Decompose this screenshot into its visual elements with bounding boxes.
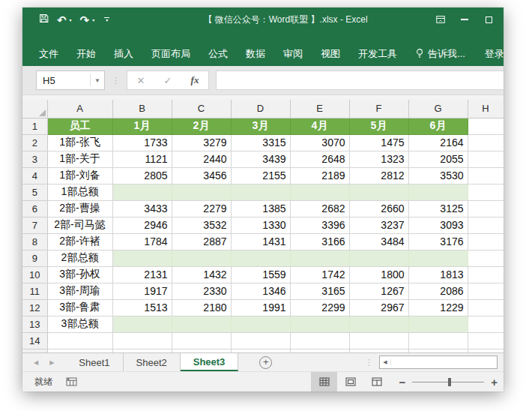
ribbon-tab-insert[interactable]: 插入	[105, 42, 142, 66]
cell-F8[interactable]: 3484	[349, 233, 408, 250]
enter-icon[interactable]: ✓	[154, 75, 181, 86]
cell-G9[interactable]	[408, 250, 468, 266]
ribbon-tab-view[interactable]: 视图	[312, 42, 349, 66]
cell-D6[interactable]: 1385	[231, 200, 290, 217]
cell-A13[interactable]: 3部总额	[47, 316, 112, 332]
cell-E13[interactable]	[290, 316, 349, 332]
column-header-C[interactable]: C	[172, 100, 231, 118]
cell-F7[interactable]: 3237	[349, 217, 408, 233]
cell-A2[interactable]: 1部-张飞	[47, 134, 112, 151]
cell-A6[interactable]: 2部-曹操	[47, 200, 112, 217]
cell-D9[interactable]	[231, 250, 290, 266]
zoom-slider[interactable]	[412, 382, 484, 382]
horizontal-scrollbar[interactable]: ◀	[379, 356, 498, 369]
cell-D1[interactable]: 3月	[231, 118, 290, 134]
cell-C10[interactable]: 1432	[172, 266, 231, 283]
cell-D3[interactable]: 3439	[231, 151, 290, 167]
cell-B8[interactable]: 1784	[112, 233, 172, 250]
sign-in-button[interactable]: 登录	[476, 42, 504, 66]
cell-A12[interactable]: 3部-鲁肃	[47, 299, 112, 316]
column-header-A[interactable]: A	[47, 100, 112, 118]
row-header-2[interactable]: 2	[22, 134, 47, 151]
row-header-10[interactable]: 10	[22, 266, 47, 283]
row-header-4[interactable]: 4	[22, 167, 47, 184]
cell-A5[interactable]: 1部总额	[47, 184, 112, 200]
cell-B6[interactable]: 3433	[112, 200, 172, 217]
row-header-14[interactable]: 14	[22, 332, 47, 349]
ribbon-tab-developer[interactable]: 开发工具	[349, 42, 406, 66]
column-header-B[interactable]: B	[112, 100, 172, 118]
cell-H8[interactable]	[468, 233, 504, 250]
cell-G13[interactable]	[408, 316, 468, 332]
ribbon-tab-review[interactable]: 审阅	[274, 42, 312, 66]
row-header-6[interactable]: 6	[22, 200, 47, 217]
redo-icon[interactable]: ↷	[80, 14, 90, 26]
cell-A4[interactable]: 1部-刘备	[47, 167, 112, 184]
row-header-11[interactable]: 11	[22, 283, 47, 299]
ribbon-tab-page-layout[interactable]: 页面布局	[142, 42, 199, 66]
cell-A14[interactable]	[47, 332, 112, 349]
cell-H3[interactable]	[468, 151, 504, 167]
cell-C7[interactable]: 3532	[172, 217, 231, 233]
cell-E9[interactable]	[290, 250, 349, 266]
cell-A10[interactable]: 3部-孙权	[47, 266, 112, 283]
column-header-H[interactable]: H	[468, 100, 504, 118]
cell-E6[interactable]: 2682	[290, 200, 349, 217]
cell-E7[interactable]: 3396	[290, 217, 349, 233]
cell-G2[interactable]: 2164	[408, 134, 468, 151]
ribbon-tab-home[interactable]: 开始	[67, 42, 105, 66]
cell-E1[interactable]: 4月	[290, 118, 349, 134]
cell-F14[interactable]	[349, 332, 408, 349]
cell-G4[interactable]: 3530	[408, 167, 468, 184]
row-header-13[interactable]: 13	[22, 316, 47, 332]
save-icon[interactable]	[39, 13, 49, 26]
row-header-8[interactable]: 8	[22, 233, 47, 250]
cell-E8[interactable]: 3166	[290, 233, 349, 250]
cell-E3[interactable]: 2648	[290, 151, 349, 167]
page-layout-view-button[interactable]	[337, 372, 363, 392]
cell-H6[interactable]	[468, 200, 504, 217]
column-header-G[interactable]: G	[408, 100, 468, 118]
cell-E5[interactable]	[290, 184, 349, 200]
cancel-icon[interactable]: ✕	[127, 75, 154, 86]
zoom-slider-handle[interactable]	[448, 378, 451, 386]
select-all-button[interactable]	[22, 100, 47, 118]
cell-G11[interactable]: 2086	[408, 283, 468, 299]
cell-G7[interactable]: 3093	[408, 217, 468, 233]
cell-E14[interactable]	[290, 332, 349, 349]
cell-G8[interactable]: 3176	[408, 233, 468, 250]
cell-D7[interactable]: 1330	[231, 217, 290, 233]
ribbon-tab-data[interactable]: 数据	[237, 42, 274, 66]
column-header-E[interactable]: E	[290, 100, 349, 118]
cell-C6[interactable]: 2279	[172, 200, 231, 217]
undo-icon[interactable]: ↶	[57, 14, 67, 26]
row-header-1[interactable]: 1	[22, 118, 47, 134]
cell-G1[interactable]: 6月	[408, 118, 468, 134]
normal-view-button[interactable]	[311, 372, 337, 392]
cell-F12[interactable]: 2967	[349, 299, 408, 316]
cell-F10[interactable]: 1800	[349, 266, 408, 283]
cell-B3[interactable]: 1121	[112, 151, 172, 167]
cell-C12[interactable]: 2180	[172, 299, 231, 316]
cell-H9[interactable]	[468, 250, 504, 266]
next-sheet-icon[interactable]: ▶	[49, 359, 54, 366]
redo-dropdown-icon[interactable]: ▾	[92, 17, 94, 22]
cell-A8[interactable]: 2部-许褚	[47, 233, 112, 250]
cell-G6[interactable]: 3125	[408, 200, 468, 217]
cell-B13[interactable]	[112, 316, 172, 332]
cell-C8[interactable]: 2887	[172, 233, 231, 250]
ribbon-display-options-icon[interactable]	[429, 10, 453, 29]
name-box-dropdown-icon[interactable]: ▼	[91, 77, 104, 84]
row-header-7[interactable]: 7	[22, 217, 47, 233]
cell-G14[interactable]	[408, 332, 468, 349]
zoom-in-icon[interactable]: +	[491, 376, 498, 388]
sheet-tab-sheet3[interactable]: Sheet3	[181, 353, 239, 371]
cell-C1[interactable]: 2月	[172, 118, 231, 134]
cell-E2[interactable]: 3070	[290, 134, 349, 151]
cell-D10[interactable]: 1559	[231, 266, 290, 283]
column-header-F[interactable]: F	[349, 100, 408, 118]
insert-function-icon[interactable]: fx	[181, 74, 208, 86]
cell-C9[interactable]	[172, 250, 231, 266]
cell-C5[interactable]	[172, 184, 231, 200]
minimize-button[interactable]	[453, 10, 477, 29]
